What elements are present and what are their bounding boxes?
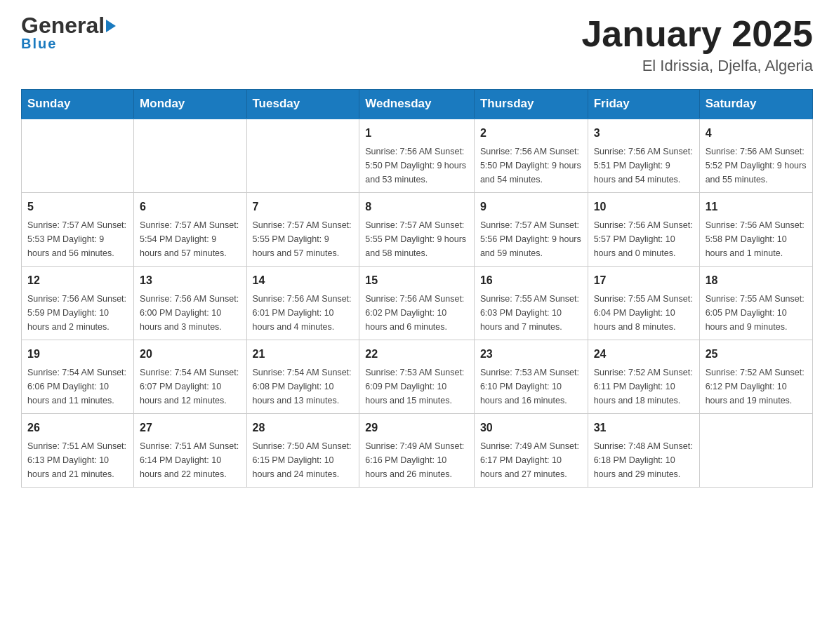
calendar-cell: 1Sunrise: 7:56 AM Sunset: 5:50 PM Daylig… [359,119,475,193]
day-info: Sunrise: 7:56 AM Sunset: 5:51 PM Dayligh… [594,145,694,187]
calendar-cell: 13Sunrise: 7:56 AM Sunset: 6:00 PM Dayli… [134,267,246,340]
day-info: Sunrise: 7:56 AM Sunset: 5:50 PM Dayligh… [480,145,582,187]
day-header-thursday: Thursday [474,90,588,119]
calendar-cell: 29Sunrise: 7:49 AM Sunset: 6:16 PM Dayli… [359,414,475,488]
day-number: 27 [140,420,240,436]
calendar-header: SundayMondayTuesdayWednesdayThursdayFrid… [22,90,813,119]
calendar-table: SundayMondayTuesdayWednesdayThursdayFrid… [21,89,813,488]
days-header-row: SundayMondayTuesdayWednesdayThursdayFrid… [22,90,813,119]
calendar-week-1: 1Sunrise: 7:56 AM Sunset: 5:50 PM Daylig… [22,119,813,193]
day-header-friday: Friday [588,90,699,119]
day-number: 6 [140,199,240,215]
calendar-cell: 16Sunrise: 7:55 AM Sunset: 6:03 PM Dayli… [474,267,588,340]
day-number: 24 [594,346,694,363]
day-info: Sunrise: 7:56 AM Sunset: 5:50 PM Dayligh… [365,145,468,187]
day-number: 15 [365,272,468,289]
calendar-cell: 19Sunrise: 7:54 AM Sunset: 6:06 PM Dayli… [22,340,134,414]
day-number: 28 [253,420,354,436]
day-info: Sunrise: 7:55 AM Sunset: 6:05 PM Dayligh… [706,292,807,334]
calendar-cell: 7Sunrise: 7:57 AM Sunset: 5:55 PM Daylig… [246,193,359,267]
day-info: Sunrise: 7:49 AM Sunset: 6:17 PM Dayligh… [480,439,582,481]
day-header-monday: Monday [134,90,246,119]
day-header-sunday: Sunday [22,90,134,119]
day-number: 13 [140,272,240,289]
day-info: Sunrise: 7:56 AM Sunset: 6:02 PM Dayligh… [365,292,468,334]
day-number: 9 [480,199,582,215]
calendar-cell [699,414,812,488]
day-number: 1 [365,125,468,142]
day-info: Sunrise: 7:56 AM Sunset: 5:59 PM Dayligh… [27,292,128,334]
day-info: Sunrise: 7:51 AM Sunset: 6:13 PM Dayligh… [27,439,128,481]
calendar-cell: 28Sunrise: 7:50 AM Sunset: 6:15 PM Dayli… [246,414,359,488]
day-info: Sunrise: 7:53 AM Sunset: 6:09 PM Dayligh… [365,365,468,408]
day-info: Sunrise: 7:57 AM Sunset: 5:55 PM Dayligh… [253,218,354,260]
day-number: 19 [27,346,128,363]
day-number: 3 [594,125,694,142]
day-number: 30 [480,420,582,436]
day-number: 25 [706,346,807,363]
day-number: 31 [594,420,694,436]
day-info: Sunrise: 7:57 AM Sunset: 5:55 PM Dayligh… [365,218,468,260]
day-info: Sunrise: 7:52 AM Sunset: 6:11 PM Dayligh… [594,365,694,408]
day-number: 26 [27,420,128,436]
calendar-cell: 23Sunrise: 7:53 AM Sunset: 6:10 PM Dayli… [474,340,588,414]
day-info: Sunrise: 7:56 AM Sunset: 5:57 PM Dayligh… [594,218,694,260]
day-number: 2 [480,125,582,142]
day-number: 10 [594,199,694,215]
logo-blue-text: Blue [21,36,116,51]
day-header-tuesday: Tuesday [246,90,359,119]
calendar-cell: 26Sunrise: 7:51 AM Sunset: 6:13 PM Dayli… [22,414,134,488]
calendar-cell: 31Sunrise: 7:48 AM Sunset: 6:18 PM Dayli… [588,414,699,488]
calendar-week-2: 5Sunrise: 7:57 AM Sunset: 5:53 PM Daylig… [22,193,813,267]
day-info: Sunrise: 7:56 AM Sunset: 6:01 PM Dayligh… [253,292,354,334]
calendar-cell: 30Sunrise: 7:49 AM Sunset: 6:17 PM Dayli… [474,414,588,488]
day-number: 17 [594,272,694,289]
page-header: General Blue January 2025 El Idrissia, D… [21,14,813,75]
day-info: Sunrise: 7:53 AM Sunset: 6:10 PM Dayligh… [480,365,582,408]
calendar-body: 1Sunrise: 7:56 AM Sunset: 5:50 PM Daylig… [22,119,813,488]
logo-line1: General [21,14,116,36]
day-header-wednesday: Wednesday [359,90,475,119]
day-info: Sunrise: 7:52 AM Sunset: 6:12 PM Dayligh… [706,365,807,408]
day-info: Sunrise: 7:54 AM Sunset: 6:08 PM Dayligh… [253,365,354,408]
calendar-cell: 3Sunrise: 7:56 AM Sunset: 5:51 PM Daylig… [588,119,699,193]
calendar-week-4: 19Sunrise: 7:54 AM Sunset: 6:06 PM Dayli… [22,340,813,414]
calendar-cell [22,119,134,193]
calendar-cell: 14Sunrise: 7:56 AM Sunset: 6:01 PM Dayli… [246,267,359,340]
day-number: 7 [253,199,354,215]
calendar-cell: 11Sunrise: 7:56 AM Sunset: 5:58 PM Dayli… [699,193,812,267]
calendar-cell: 21Sunrise: 7:54 AM Sunset: 6:08 PM Dayli… [246,340,359,414]
day-number: 29 [365,420,468,436]
day-info: Sunrise: 7:51 AM Sunset: 6:14 PM Dayligh… [140,439,240,481]
day-info: Sunrise: 7:55 AM Sunset: 6:03 PM Dayligh… [480,292,582,334]
title-block: January 2025 El Idrissia, Djelfa, Algeri… [581,14,813,75]
calendar-cell: 9Sunrise: 7:57 AM Sunset: 5:56 PM Daylig… [474,193,588,267]
day-number: 8 [365,199,468,215]
calendar-cell: 15Sunrise: 7:56 AM Sunset: 6:02 PM Dayli… [359,267,475,340]
day-info: Sunrise: 7:57 AM Sunset: 5:53 PM Dayligh… [27,218,128,260]
day-info: Sunrise: 7:56 AM Sunset: 6:00 PM Dayligh… [140,292,240,334]
day-number: 16 [480,272,582,289]
day-header-saturday: Saturday [699,90,812,119]
day-number: 14 [253,272,354,289]
day-info: Sunrise: 7:49 AM Sunset: 6:16 PM Dayligh… [365,439,468,481]
day-info: Sunrise: 7:56 AM Sunset: 5:58 PM Dayligh… [706,218,807,260]
location-subtitle: El Idrissia, Djelfa, Algeria [581,57,813,75]
logo-arrow-icon [106,20,116,32]
calendar-cell: 4Sunrise: 7:56 AM Sunset: 5:52 PM Daylig… [699,119,812,193]
day-number: 4 [706,125,807,142]
day-info: Sunrise: 7:54 AM Sunset: 6:06 PM Dayligh… [27,365,128,408]
calendar-cell: 6Sunrise: 7:57 AM Sunset: 5:54 PM Daylig… [134,193,246,267]
day-number: 21 [253,346,354,363]
calendar-cell: 20Sunrise: 7:54 AM Sunset: 6:07 PM Dayli… [134,340,246,414]
day-info: Sunrise: 7:57 AM Sunset: 5:54 PM Dayligh… [140,218,240,260]
day-info: Sunrise: 7:57 AM Sunset: 5:56 PM Dayligh… [480,218,582,260]
day-info: Sunrise: 7:48 AM Sunset: 6:18 PM Dayligh… [594,439,694,481]
calendar-cell: 18Sunrise: 7:55 AM Sunset: 6:05 PM Dayli… [699,267,812,340]
calendar-cell: 27Sunrise: 7:51 AM Sunset: 6:14 PM Dayli… [134,414,246,488]
day-number: 12 [27,272,128,289]
calendar-title: January 2025 [581,14,813,54]
calendar-cell: 2Sunrise: 7:56 AM Sunset: 5:50 PM Daylig… [474,119,588,193]
calendar-week-3: 12Sunrise: 7:56 AM Sunset: 5:59 PM Dayli… [22,267,813,340]
calendar-cell: 10Sunrise: 7:56 AM Sunset: 5:57 PM Dayli… [588,193,699,267]
